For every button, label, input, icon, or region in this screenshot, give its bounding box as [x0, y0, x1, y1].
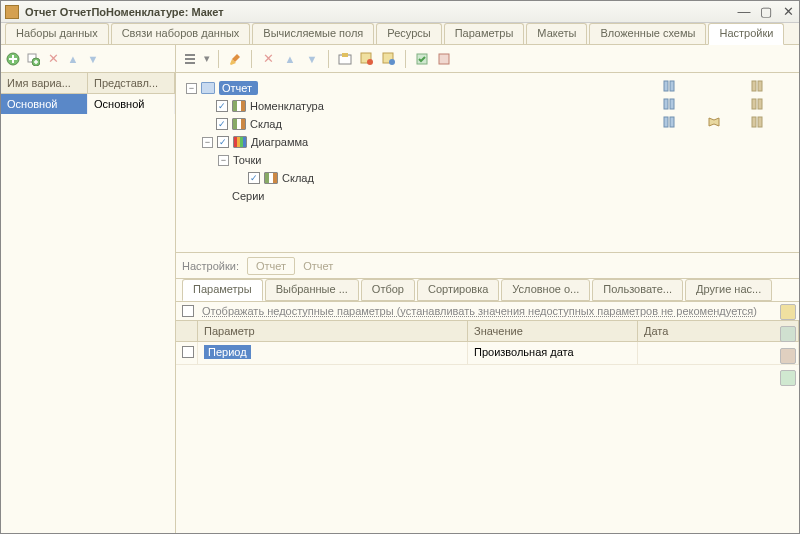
tree-node-series[interactable]: Серии: [180, 187, 655, 205]
down-icon[interactable]: ▼: [85, 51, 101, 67]
action2-icon[interactable]: [359, 51, 375, 67]
param-value: Произвольная дата: [468, 342, 638, 364]
tab-calc-fields[interactable]: Вычисляемые поля: [252, 23, 374, 44]
tab-datasets[interactable]: Наборы данных: [5, 23, 109, 44]
tree-node-sklad[interactable]: ✓ Склад: [180, 115, 655, 133]
params-checkbox-row[interactable]: Отображать недоступные параметры (устана…: [176, 302, 799, 320]
sub-tab-user[interactable]: Пользовате...: [592, 279, 683, 301]
sub-tab-filter[interactable]: Отбор: [361, 279, 415, 301]
app-icon: [5, 5, 19, 19]
tab-resources[interactable]: Ресурсы: [376, 23, 441, 44]
params-row[interactable]: Период Произвольная дата: [176, 342, 799, 365]
sub-tab-other[interactable]: Другие нас...: [685, 279, 772, 301]
tree-label: Склад: [250, 118, 282, 130]
props2-icon[interactable]: [780, 348, 796, 364]
params-header-value: Значение: [468, 321, 638, 341]
edit-icon[interactable]: [780, 304, 796, 320]
col-icon[interactable]: [751, 79, 767, 93]
tree-node-points[interactable]: − Точки: [180, 151, 655, 169]
up2-icon[interactable]: ▲: [282, 51, 298, 67]
tab-templates[interactable]: Макеты: [526, 23, 587, 44]
tree-label: Точки: [233, 154, 261, 166]
tree-node-nomen[interactable]: ✓ Номенклатура: [180, 97, 655, 115]
props1-icon[interactable]: [780, 326, 796, 342]
checkbox[interactable]: ✓: [217, 136, 229, 148]
variants-header-repr: Представл...: [88, 73, 175, 93]
params-side-icons: [780, 304, 796, 386]
col-icon[interactable]: [751, 97, 767, 111]
svg-rect-13: [758, 81, 762, 91]
svg-rect-17: [758, 99, 762, 109]
svg-rect-11: [670, 81, 674, 91]
main-tabs: Наборы данных Связи наборов данных Вычис…: [1, 23, 799, 45]
chart-icon: [233, 136, 247, 148]
collapse-icon[interactable]: −: [186, 83, 197, 94]
svg-rect-9: [439, 54, 449, 64]
params-checkbox-label: Отображать недоступные параметры (устана…: [202, 305, 757, 317]
svg-rect-19: [670, 117, 674, 127]
tab-dataset-links[interactable]: Связи наборов данных: [111, 23, 251, 44]
settings-box[interactable]: Отчет: [247, 257, 295, 275]
tab-parameters[interactable]: Параметры: [444, 23, 525, 44]
edit-icon[interactable]: [227, 51, 243, 67]
tree-node-report[interactable]: − Отчет: [180, 79, 655, 97]
window-title: Отчет ОтчетПоНоменклатуре: Макет: [25, 6, 737, 18]
tab-settings[interactable]: Настройки: [708, 23, 784, 45]
down2-icon[interactable]: ▼: [304, 51, 320, 67]
sub-tab-sort[interactable]: Сортировка: [417, 279, 499, 301]
tab-nested-schemas[interactable]: Вложенные схемы: [589, 23, 706, 44]
sub-tab-parameters[interactable]: Параметры: [182, 279, 263, 301]
col-icon[interactable]: [751, 115, 767, 129]
svg-point-5: [367, 59, 373, 65]
checkbox[interactable]: [182, 346, 194, 358]
checkbox[interactable]: ✓: [248, 172, 260, 184]
props3-icon[interactable]: [780, 370, 796, 386]
params-area: Отображать недоступные параметры (устана…: [176, 301, 799, 533]
sub-tab-conditional[interactable]: Условное о...: [501, 279, 590, 301]
delete2-icon[interactable]: ✕: [260, 51, 276, 67]
field-icon: [232, 118, 246, 130]
variants-panel: ✕ ▲ ▼ Имя вариа... Представл... Основной…: [1, 45, 176, 533]
maximize-button[interactable]: ▢: [759, 5, 773, 19]
svg-rect-20: [752, 117, 756, 127]
variant-row[interactable]: Основной Основной: [1, 94, 175, 114]
sub-tab-selected[interactable]: Выбранные ...: [265, 279, 359, 301]
svg-rect-10: [664, 81, 668, 91]
tree-node-diagram[interactable]: − ✓ Диаграмма: [180, 133, 655, 151]
up-icon[interactable]: ▲: [65, 51, 81, 67]
collapse-icon[interactable]: −: [202, 137, 213, 148]
col-icon[interactable]: [663, 97, 679, 111]
close-button[interactable]: ✕: [781, 5, 795, 19]
variants-header: Имя вариа... Представл...: [1, 73, 175, 94]
checkbox[interactable]: ✓: [216, 100, 228, 112]
svg-rect-16: [752, 99, 756, 109]
param-name: Период: [204, 345, 251, 359]
action4-icon[interactable]: [414, 51, 430, 67]
svg-rect-14: [664, 99, 668, 109]
action3-icon[interactable]: [381, 51, 397, 67]
settings-text: Отчет: [303, 260, 333, 272]
content: ✕ ▲ ▼ Имя вариа... Представл... Основной…: [1, 45, 799, 533]
action1-icon[interactable]: [337, 51, 353, 67]
report-icon: [201, 82, 215, 94]
add-icon[interactable]: [5, 51, 21, 67]
sub-tabs: Параметры Выбранные ... Отбор Сортировка…: [176, 279, 799, 301]
add-copy-icon[interactable]: [25, 51, 41, 67]
settings-label: Настройки:: [182, 260, 239, 272]
checkbox[interactable]: [182, 305, 194, 317]
field-icon: [264, 172, 278, 184]
book-icon[interactable]: [707, 115, 723, 129]
collapse-icon[interactable]: −: [218, 155, 229, 166]
variant-name: Основной: [1, 94, 88, 114]
tree-node-sklad2[interactable]: ✓ Склад: [180, 169, 655, 187]
checkbox[interactable]: ✓: [216, 118, 228, 130]
delete-icon[interactable]: ✕: [45, 51, 61, 67]
minimize-button[interactable]: —: [737, 5, 751, 19]
params-header: Параметр Значение Дата: [176, 320, 799, 342]
col-icon[interactable]: [663, 115, 679, 129]
action5-icon[interactable]: [436, 51, 452, 67]
list-icon[interactable]: [182, 51, 198, 67]
svg-rect-15: [670, 99, 674, 109]
structure-tree[interactable]: − Отчет ✓ Номенклатура ✓ Склад: [176, 73, 659, 252]
col-icon[interactable]: [663, 79, 679, 93]
